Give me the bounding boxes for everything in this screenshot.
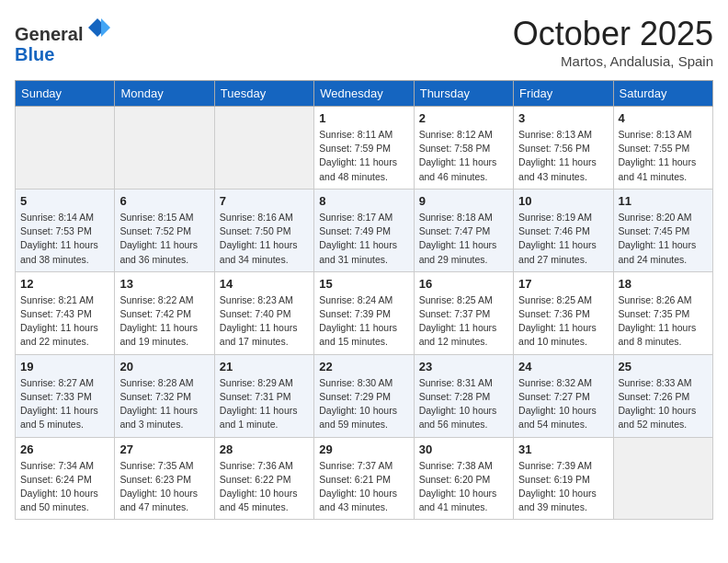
- day-number: 30: [419, 442, 508, 456]
- day-info: Sunrise: 8:23 AM Sunset: 7:40 PM Dayligh…: [220, 293, 309, 350]
- calendar-cell: 28Sunrise: 7:36 AM Sunset: 6:22 PM Dayli…: [214, 437, 313, 520]
- day-number: 16: [419, 277, 508, 291]
- day-number: 25: [619, 360, 708, 373]
- calendar-cell: 10Sunrise: 8:19 AM Sunset: 7:46 PM Dayli…: [514, 189, 613, 271]
- day-info: Sunrise: 8:13 AM Sunset: 7:56 PM Dayligh…: [518, 128, 608, 184]
- day-info: Sunrise: 8:29 AM Sunset: 7:31 PM Dayligh…: [220, 376, 309, 432]
- week-row-3: 12Sunrise: 8:21 AM Sunset: 7:43 PM Dayli…: [16, 271, 713, 354]
- day-info: Sunrise: 8:21 AM Sunset: 7:43 PM Dayligh…: [20, 293, 109, 350]
- day-info: Sunrise: 8:25 AM Sunset: 7:37 PM Dayligh…: [419, 293, 508, 350]
- day-number: 12: [20, 277, 109, 291]
- weekday-header-thursday: Thursday: [414, 81, 513, 107]
- calendar-cell: 23Sunrise: 8:31 AM Sunset: 7:28 PM Dayli…: [414, 354, 513, 437]
- day-info: Sunrise: 8:24 AM Sunset: 7:39 PM Dayligh…: [319, 293, 408, 350]
- calendar-cell: 20Sunrise: 8:28 AM Sunset: 7:32 PM Dayli…: [115, 354, 214, 437]
- week-row-4: 19Sunrise: 8:27 AM Sunset: 7:33 PM Dayli…: [16, 354, 713, 437]
- calendar-cell: 30Sunrise: 7:38 AM Sunset: 6:20 PM Dayli…: [414, 437, 513, 520]
- day-info: Sunrise: 8:20 AM Sunset: 7:45 PM Dayligh…: [619, 211, 708, 267]
- day-number: 8: [319, 194, 408, 208]
- day-info: Sunrise: 8:12 AM Sunset: 7:58 PM Dayligh…: [419, 128, 508, 184]
- day-info: Sunrise: 7:37 AM Sunset: 6:21 PM Dayligh…: [319, 459, 408, 515]
- weekday-header-monday: Monday: [115, 81, 214, 107]
- day-info: Sunrise: 8:31 AM Sunset: 7:28 PM Dayligh…: [419, 376, 508, 432]
- day-info: Sunrise: 8:30 AM Sunset: 7:29 PM Dayligh…: [319, 376, 408, 432]
- day-info: Sunrise: 7:36 AM Sunset: 6:22 PM Dayligh…: [220, 459, 309, 515]
- weekday-header-wednesday: Wednesday: [314, 81, 414, 107]
- day-info: Sunrise: 8:33 AM Sunset: 7:26 PM Dayligh…: [619, 376, 708, 432]
- calendar-cell: 9Sunrise: 8:18 AM Sunset: 7:47 PM Daylig…: [414, 189, 513, 271]
- day-number: 28: [220, 442, 309, 456]
- day-number: 13: [119, 277, 209, 291]
- day-number: 14: [220, 277, 309, 291]
- day-number: 24: [518, 360, 608, 373]
- day-info: Sunrise: 7:39 AM Sunset: 6:19 PM Dayligh…: [518, 459, 608, 515]
- weekday-header-sunday: Sunday: [16, 81, 115, 107]
- day-info: Sunrise: 7:38 AM Sunset: 6:20 PM Dayligh…: [419, 459, 508, 515]
- calendar-cell: 21Sunrise: 8:29 AM Sunset: 7:31 PM Dayli…: [214, 354, 313, 437]
- day-number: 10: [518, 194, 608, 208]
- day-info: Sunrise: 8:15 AM Sunset: 7:52 PM Dayligh…: [119, 211, 209, 267]
- day-number: 1: [319, 111, 408, 125]
- day-info: Sunrise: 8:16 AM Sunset: 7:50 PM Dayligh…: [220, 211, 309, 267]
- day-info: Sunrise: 8:13 AM Sunset: 7:55 PM Dayligh…: [619, 128, 708, 184]
- page-header: General Blue October 2025 Martos, Andalu…: [15, 15, 713, 69]
- day-number: 22: [319, 360, 408, 373]
- day-number: 23: [419, 360, 508, 373]
- calendar-cell: 18Sunrise: 8:26 AM Sunset: 7:35 PM Dayli…: [613, 271, 712, 354]
- calendar-cell: [214, 107, 313, 190]
- day-info: Sunrise: 8:14 AM Sunset: 7:53 PM Dayligh…: [20, 211, 109, 267]
- calendar-cell: 29Sunrise: 7:37 AM Sunset: 6:21 PM Dayli…: [314, 437, 414, 520]
- day-number: 7: [220, 194, 309, 208]
- calendar-cell: 1Sunrise: 8:11 AM Sunset: 7:59 PM Daylig…: [314, 107, 414, 190]
- day-info: Sunrise: 7:34 AM Sunset: 6:24 PM Dayligh…: [20, 459, 109, 515]
- calendar-cell: 13Sunrise: 8:22 AM Sunset: 7:42 PM Dayli…: [115, 271, 214, 354]
- day-number: 19: [20, 360, 109, 373]
- weekday-header-row: SundayMondayTuesdayWednesdayThursdayFrid…: [16, 81, 713, 107]
- day-number: 31: [518, 442, 608, 456]
- svg-marker-1: [101, 18, 110, 37]
- calendar-cell: 3Sunrise: 8:13 AM Sunset: 7:56 PM Daylig…: [514, 107, 613, 190]
- day-number: 20: [119, 360, 209, 373]
- day-number: 11: [619, 194, 708, 208]
- calendar-table: SundayMondayTuesdayWednesdayThursdayFrid…: [15, 80, 713, 520]
- logo: General Blue: [15, 15, 110, 64]
- day-info: Sunrise: 8:22 AM Sunset: 7:42 PM Dayligh…: [119, 293, 209, 350]
- calendar-cell: 14Sunrise: 8:23 AM Sunset: 7:40 PM Dayli…: [214, 271, 313, 354]
- calendar-cell: [613, 437, 712, 520]
- week-row-5: 26Sunrise: 7:34 AM Sunset: 6:24 PM Dayli…: [16, 437, 713, 520]
- location-text: Martos, Andalusia, Spain: [513, 53, 713, 69]
- day-number: 27: [119, 442, 209, 456]
- calendar-cell: 19Sunrise: 8:27 AM Sunset: 7:33 PM Dayli…: [16, 354, 115, 437]
- day-number: 18: [619, 277, 708, 291]
- calendar-cell: 31Sunrise: 7:39 AM Sunset: 6:19 PM Dayli…: [514, 437, 613, 520]
- day-number: 3: [518, 111, 608, 125]
- calendar-cell: 26Sunrise: 7:34 AM Sunset: 6:24 PM Dayli…: [16, 437, 115, 520]
- day-info: Sunrise: 8:25 AM Sunset: 7:36 PM Dayligh…: [518, 293, 608, 350]
- logo-icon: [85, 15, 110, 40]
- calendar-cell: 12Sunrise: 8:21 AM Sunset: 7:43 PM Dayli…: [16, 271, 115, 354]
- calendar-cell: 11Sunrise: 8:20 AM Sunset: 7:45 PM Dayli…: [613, 189, 712, 271]
- week-row-1: 1Sunrise: 8:11 AM Sunset: 7:59 PM Daylig…: [16, 107, 713, 190]
- day-info: Sunrise: 8:17 AM Sunset: 7:49 PM Dayligh…: [319, 211, 408, 267]
- day-info: Sunrise: 8:26 AM Sunset: 7:35 PM Dayligh…: [619, 293, 708, 350]
- calendar-cell: [16, 107, 115, 190]
- day-number: 9: [419, 194, 508, 208]
- logo-blue-text: Blue: [15, 44, 54, 64]
- calendar-cell: 7Sunrise: 8:16 AM Sunset: 7:50 PM Daylig…: [214, 189, 313, 271]
- calendar-cell: 24Sunrise: 8:32 AM Sunset: 7:27 PM Dayli…: [514, 354, 613, 437]
- day-info: Sunrise: 7:35 AM Sunset: 6:23 PM Dayligh…: [119, 459, 209, 515]
- calendar-cell: 5Sunrise: 8:14 AM Sunset: 7:53 PM Daylig…: [16, 189, 115, 271]
- title-block: October 2025 Martos, Andalusia, Spain: [513, 15, 713, 69]
- calendar-cell: 4Sunrise: 8:13 AM Sunset: 7:55 PM Daylig…: [613, 107, 712, 190]
- day-info: Sunrise: 8:28 AM Sunset: 7:32 PM Dayligh…: [119, 376, 209, 432]
- month-title: October 2025: [513, 15, 713, 53]
- calendar-cell: 22Sunrise: 8:30 AM Sunset: 7:29 PM Dayli…: [314, 354, 414, 437]
- day-info: Sunrise: 8:18 AM Sunset: 7:47 PM Dayligh…: [419, 211, 508, 267]
- day-info: Sunrise: 8:32 AM Sunset: 7:27 PM Dayligh…: [518, 376, 608, 432]
- calendar-cell: 27Sunrise: 7:35 AM Sunset: 6:23 PM Dayli…: [115, 437, 214, 520]
- calendar-cell: [115, 107, 214, 190]
- day-number: 6: [119, 194, 209, 208]
- calendar-cell: 8Sunrise: 8:17 AM Sunset: 7:49 PM Daylig…: [314, 189, 414, 271]
- day-number: 29: [319, 442, 408, 456]
- calendar-cell: 15Sunrise: 8:24 AM Sunset: 7:39 PM Dayli…: [314, 271, 414, 354]
